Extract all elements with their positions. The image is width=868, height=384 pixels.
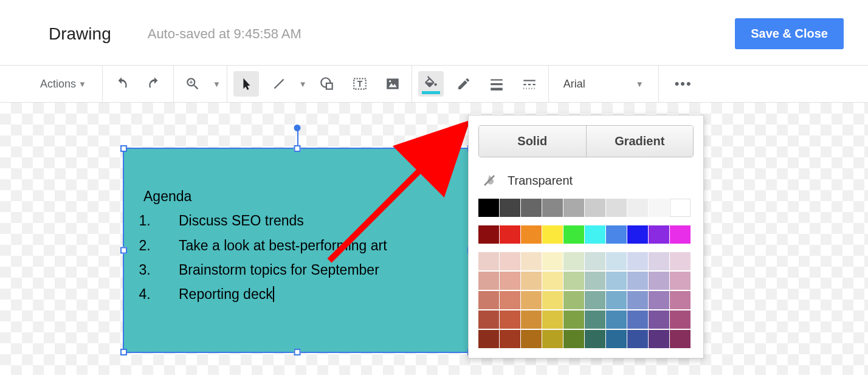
shape-tool[interactable] — [314, 71, 340, 97]
undo-button[interactable] — [109, 71, 134, 97]
resize-handle-bl[interactable] — [120, 349, 127, 355]
border-weight-button[interactable] — [484, 71, 509, 97]
color-swatch[interactable] — [670, 291, 691, 309]
canvas[interactable]: Agenda Discuss SEO trends Take a look at… — [0, 103, 868, 375]
color-swatch[interactable] — [670, 310, 691, 329]
color-swatch[interactable] — [478, 330, 499, 348]
color-swatch[interactable] — [521, 199, 542, 217]
color-swatch[interactable] — [670, 330, 691, 348]
color-swatch[interactable] — [521, 310, 542, 329]
color-swatch[interactable] — [627, 199, 648, 217]
color-swatch[interactable] — [542, 199, 563, 217]
color-swatch[interactable] — [585, 291, 605, 309]
color-swatch[interactable] — [649, 291, 669, 309]
color-swatch[interactable] — [521, 272, 542, 290]
color-swatch[interactable] — [606, 225, 627, 244]
color-swatch[interactable] — [542, 252, 563, 270]
color-swatch[interactable] — [670, 199, 691, 217]
color-swatch[interactable] — [670, 225, 691, 244]
zoom-button[interactable] — [180, 71, 205, 97]
color-swatch[interactable] — [521, 252, 542, 270]
color-swatch[interactable] — [585, 225, 605, 244]
color-swatch[interactable] — [521, 291, 542, 309]
color-swatch[interactable] — [670, 272, 691, 290]
color-swatch[interactable] — [478, 272, 499, 290]
transparent-option[interactable]: Transparent — [478, 168, 694, 199]
color-swatch[interactable] — [478, 252, 499, 270]
color-swatch[interactable] — [627, 252, 648, 270]
color-swatch[interactable] — [478, 225, 499, 244]
color-swatch[interactable] — [627, 291, 648, 309]
border-dash-button[interactable] — [517, 71, 542, 97]
selected-textbox[interactable]: Agenda Discuss SEO trends Take a look at… — [123, 148, 472, 353]
color-swatch[interactable] — [606, 252, 627, 270]
color-swatch[interactable] — [627, 310, 648, 329]
color-swatch[interactable] — [500, 225, 520, 244]
color-swatch[interactable] — [606, 291, 627, 309]
actions-menu[interactable]: Actions ▼ — [30, 78, 96, 91]
color-swatch[interactable] — [585, 330, 605, 348]
color-swatch[interactable] — [606, 310, 627, 329]
color-swatch[interactable] — [649, 199, 669, 217]
color-swatch[interactable] — [542, 310, 563, 329]
tab-gradient[interactable]: Gradient — [587, 126, 694, 157]
zoom-caret-icon[interactable]: ▼ — [213, 80, 221, 89]
color-swatch[interactable] — [649, 330, 669, 348]
color-swatch[interactable] — [563, 291, 584, 309]
resize-handle-tl[interactable] — [120, 145, 127, 152]
color-swatch[interactable] — [606, 330, 627, 348]
border-color-button[interactable] — [451, 71, 477, 97]
color-swatch[interactable] — [500, 310, 520, 329]
color-swatch[interactable] — [521, 225, 542, 244]
color-swatch[interactable] — [478, 310, 499, 329]
color-swatch[interactable] — [627, 225, 648, 244]
resize-handle-tm[interactable] — [294, 145, 301, 152]
more-options-button[interactable]: ••• — [665, 76, 702, 92]
color-swatch[interactable] — [649, 225, 669, 244]
color-swatch[interactable] — [585, 310, 605, 329]
color-swatch[interactable] — [500, 252, 520, 270]
color-swatch[interactable] — [563, 252, 584, 270]
resize-handle-bm[interactable] — [294, 349, 301, 355]
color-swatch[interactable] — [542, 272, 563, 290]
line-caret-icon[interactable]: ▼ — [299, 80, 307, 89]
fill-color-button[interactable] — [418, 71, 444, 97]
color-swatch[interactable] — [563, 272, 584, 290]
color-swatch[interactable] — [585, 199, 605, 217]
color-swatch[interactable] — [500, 199, 520, 217]
tab-solid[interactable]: Solid — [479, 126, 587, 157]
color-swatch[interactable] — [542, 330, 563, 348]
color-swatch[interactable] — [478, 199, 499, 217]
resize-handle-ml[interactable] — [120, 247, 127, 254]
color-swatch[interactable] — [670, 252, 691, 270]
color-swatch[interactable] — [585, 272, 605, 290]
color-swatch[interactable] — [585, 252, 605, 270]
rotate-handle[interactable] — [294, 125, 301, 131]
color-swatch[interactable] — [521, 330, 542, 348]
color-swatch[interactable] — [563, 225, 584, 244]
color-swatch[interactable] — [542, 291, 563, 309]
color-swatch[interactable] — [563, 330, 584, 348]
color-swatch[interactable] — [606, 199, 627, 217]
color-swatch[interactable] — [500, 330, 520, 348]
save-close-button[interactable]: Save & Close — [735, 18, 844, 49]
textbox-tool[interactable]: T — [347, 71, 373, 97]
color-swatch[interactable] — [627, 330, 648, 348]
color-swatch[interactable] — [606, 272, 627, 290]
font-family-select[interactable]: Arial ▼ — [555, 78, 652, 91]
color-swatch[interactable] — [563, 199, 584, 217]
image-tool[interactable] — [380, 71, 405, 97]
redo-button[interactable] — [142, 71, 167, 97]
color-swatch[interactable] — [500, 272, 520, 290]
fill-color-indicator — [422, 91, 440, 94]
color-swatch[interactable] — [649, 252, 669, 270]
color-swatch[interactable] — [563, 310, 584, 329]
select-tool[interactable] — [233, 71, 259, 97]
color-swatch[interactable] — [542, 225, 563, 244]
color-swatch[interactable] — [627, 272, 648, 290]
color-swatch[interactable] — [649, 310, 669, 329]
color-swatch[interactable] — [478, 291, 499, 309]
color-swatch[interactable] — [500, 291, 520, 309]
line-tool[interactable] — [266, 71, 292, 97]
color-swatch[interactable] — [649, 272, 669, 290]
